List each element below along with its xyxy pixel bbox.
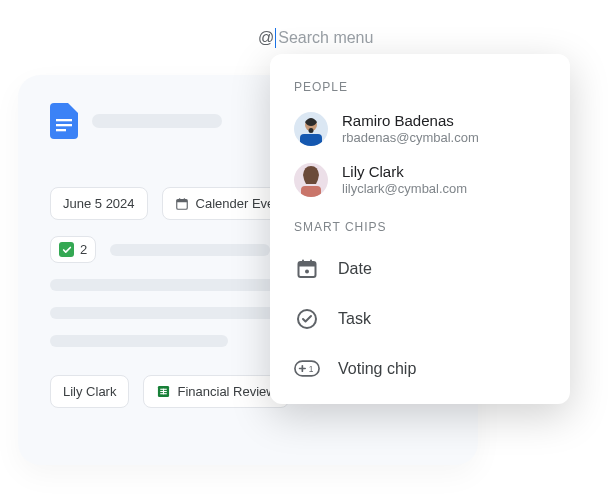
avatar	[294, 163, 328, 197]
svg-rect-0	[56, 119, 72, 121]
chip-label: Financial Review	[177, 384, 275, 399]
voting-chip-icon: 1	[294, 356, 320, 382]
svg-rect-11	[163, 389, 164, 395]
at-mention-search[interactable]: @ Search menu	[258, 28, 373, 48]
checkmark-icon	[59, 242, 74, 257]
person-name: Ramiro Badenas	[342, 112, 479, 130]
chip-label: June 5 2024	[63, 196, 135, 211]
calendar-icon	[175, 197, 189, 211]
svg-point-15	[309, 128, 314, 133]
chip-option-date[interactable]: Date	[270, 244, 570, 294]
avatar	[294, 112, 328, 146]
chip-label: Lily Clark	[63, 384, 116, 399]
svg-rect-20	[299, 262, 316, 267]
option-label: Voting chip	[338, 360, 416, 378]
person-info: Lily Clark lilyclark@cymbal.com	[342, 163, 467, 198]
chip-option-voting[interactable]: 1 Voting chip	[270, 344, 570, 394]
file-chip[interactable]: Financial Review	[143, 375, 288, 408]
svg-rect-6	[183, 198, 184, 201]
person-name: Lily Clark	[342, 163, 467, 181]
svg-rect-18	[301, 186, 321, 197]
section-label-chips: SMART CHIPS	[270, 206, 570, 244]
google-docs-icon	[50, 103, 78, 139]
sheets-icon	[156, 385, 170, 399]
text-cursor	[275, 28, 276, 48]
search-placeholder: Search menu	[278, 29, 373, 47]
vote-count: 2	[80, 242, 87, 257]
svg-rect-21	[302, 259, 304, 263]
title-placeholder	[92, 114, 222, 128]
person-email: lilyclark@cymbal.com	[342, 181, 467, 198]
option-label: Task	[338, 310, 371, 328]
at-symbol: @	[258, 29, 274, 47]
task-icon	[294, 306, 320, 332]
text-placeholder	[110, 244, 270, 256]
svg-rect-5	[179, 198, 180, 201]
svg-rect-4	[176, 199, 187, 202]
option-label: Date	[338, 260, 372, 278]
person-email: rbadenas@cymbal.com	[342, 130, 479, 147]
svg-rect-2	[56, 129, 66, 131]
date-chip[interactable]: June 5 2024	[50, 187, 148, 220]
text-placeholder	[50, 335, 228, 347]
svg-point-23	[305, 269, 309, 273]
voting-chip[interactable]: 2	[50, 236, 96, 263]
svg-rect-14	[300, 134, 322, 146]
person-option-lily[interactable]: Lily Clark lilyclark@cymbal.com	[270, 155, 570, 206]
person-chip[interactable]: Lily Clark	[50, 375, 129, 408]
svg-rect-22	[310, 259, 312, 263]
svg-text:1: 1	[309, 364, 314, 374]
section-label-people: PEOPLE	[270, 74, 570, 104]
person-info: Ramiro Badenas rbadenas@cymbal.com	[342, 112, 479, 147]
svg-rect-25	[295, 361, 319, 376]
person-option-ramiro[interactable]: Ramiro Badenas rbadenas@cymbal.com	[270, 104, 570, 155]
chip-option-task[interactable]: Task	[270, 294, 570, 344]
date-icon	[294, 256, 320, 282]
smart-chip-dropdown: PEOPLE Ramiro Badenas rbadenas@cymbal.co…	[270, 54, 570, 404]
svg-rect-1	[56, 124, 72, 126]
